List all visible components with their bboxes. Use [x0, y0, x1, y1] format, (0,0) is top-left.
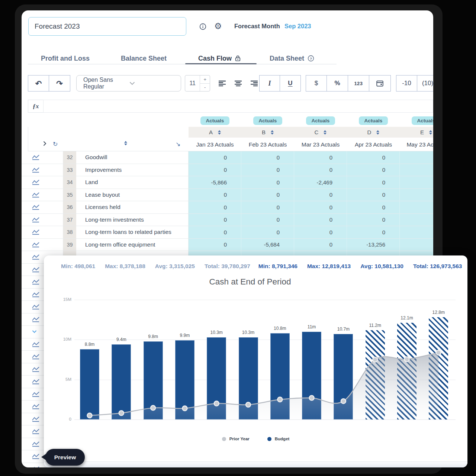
legend-item-budget[interactable]: Budget — [267, 437, 290, 441]
column-header-cell[interactable]: Feb 23 Actuals — [241, 138, 295, 151]
redo-button[interactable]: ↷ — [49, 75, 70, 91]
refresh-icon[interactable]: ↻ — [53, 141, 58, 148]
value-cell[interactable] — [400, 239, 433, 251]
row-label-cell[interactable]: Improvements — [76, 164, 189, 176]
column-header-cell[interactable]: May 23 Actuals — [400, 138, 433, 151]
column-sort-icon[interactable] — [429, 130, 432, 135]
forecast-month-value[interactable]: Sep 2023 — [284, 23, 311, 30]
value-cell[interactable] — [400, 226, 433, 238]
font-size-stepper[interactable]: 11 + - — [185, 75, 210, 91]
tab-profit-and-loss[interactable]: Profit and Loss — [41, 52, 90, 65]
align-center-button[interactable] — [231, 75, 245, 91]
value-cell[interactable]: 0 — [241, 226, 294, 238]
column-header-cell[interactable]: Apr 23 Actuals — [347, 138, 400, 151]
value-cell[interactable]: 0 — [241, 151, 294, 164]
value-cell[interactable]: -2,469 — [294, 176, 347, 189]
currency-format-button[interactable]: $ — [306, 75, 327, 91]
formula-input[interactable] — [43, 100, 433, 113]
value-cell[interactable]: -5,866 — [189, 176, 241, 189]
align-left-button[interactable] — [215, 75, 229, 91]
row-chart-icon[interactable] — [28, 226, 63, 238]
value-cell[interactable]: -13,256 — [347, 239, 400, 251]
column-sort-icon[interactable] — [218, 130, 221, 135]
value-cell[interactable]: 0 — [241, 189, 294, 201]
value-cell[interactable]: 0 — [294, 214, 347, 226]
expand-corner-icon[interactable]: ↘ — [176, 141, 180, 148]
value-cell[interactable]: 0 — [189, 214, 241, 226]
font-family-select[interactable]: Open Sans Regular — [76, 75, 181, 91]
column-header-cell[interactable]: Jan 23 Actuals — [189, 138, 242, 151]
value-cell[interactable]: 0 — [347, 201, 400, 213]
value-cell[interactable]: 0 — [189, 189, 241, 201]
value-cell[interactable]: 0 — [347, 164, 400, 176]
date-format-button[interactable] — [369, 75, 391, 91]
chevron-right-icon[interactable] — [43, 141, 46, 146]
value-cell[interactable]: -5,684 — [241, 239, 294, 251]
row-label-cell[interactable]: Land — [76, 176, 189, 189]
row-label-cell[interactable]: Licenses held — [76, 201, 189, 213]
column-header-cell[interactable]: Mar 23 Actuals — [294, 138, 347, 151]
value-cell[interactable] — [400, 176, 433, 189]
sort-updown-icon[interactable] — [124, 141, 127, 145]
value-cell[interactable] — [400, 151, 433, 164]
value-cell[interactable] — [400, 164, 433, 176]
column-letter-cell[interactable]: C — [294, 127, 347, 138]
font-size-decrease-button[interactable]: - — [200, 84, 210, 91]
row-label-cell[interactable]: Long-term office equipment — [76, 239, 189, 251]
value-cell[interactable]: 0 — [189, 239, 241, 251]
font-size-increase-button[interactable]: + — [200, 75, 210, 84]
legend-item-prior-year[interactable]: Prior Year — [222, 437, 250, 441]
tab-balance-sheet[interactable]: Balance Sheet — [121, 52, 167, 65]
row-label-cell[interactable]: Long-term investments — [76, 214, 189, 226]
horizontal-scrollbar[interactable] — [44, 461, 467, 467]
column-letter-cell[interactable]: A — [189, 127, 242, 138]
value-cell[interactable]: 0 — [347, 226, 400, 238]
number-format-button[interactable]: 123 — [348, 75, 369, 91]
value-cell[interactable] — [400, 201, 433, 213]
value-cell[interactable]: 0 — [347, 151, 400, 164]
settings-gear-icon[interactable]: ⚙ — [214, 22, 222, 30]
row-chart-icon[interactable] — [28, 201, 63, 213]
negative-number-format-button[interactable]: -10 — [396, 75, 417, 91]
tab-data-sheet[interactable]: Data Sheet ? — [270, 52, 314, 65]
value-cell[interactable]: 0 — [189, 226, 241, 238]
forecast-title-input[interactable] — [28, 17, 186, 36]
value-cell[interactable]: 0 — [294, 189, 347, 201]
underline-button[interactable]: U — [280, 75, 301, 91]
value-cell[interactable]: 0 — [294, 226, 347, 238]
value-cell[interactable]: 0 — [347, 176, 400, 189]
row-chart-icon[interactable] — [28, 164, 63, 176]
value-cell[interactable]: 0 — [294, 201, 347, 213]
value-cell[interactable]: 0 — [347, 214, 400, 226]
row-chart-icon[interactable] — [28, 189, 63, 201]
row-chart-icon[interactable] — [28, 239, 63, 251]
value-cell[interactable]: 0 — [241, 201, 294, 213]
row-chart-icon[interactable] — [28, 176, 63, 189]
parentheses-format-button[interactable]: (10) — [417, 75, 433, 91]
value-cell[interactable]: 0 — [294, 164, 347, 176]
column-letter-cell[interactable]: B — [241, 127, 295, 138]
tab-cash-flow[interactable]: Cash Flow — [198, 52, 241, 65]
italic-button[interactable]: I — [259, 75, 280, 91]
row-chart-icon[interactable] — [28, 214, 63, 226]
info-icon[interactable] — [199, 23, 206, 30]
column-letter-cell[interactable]: E — [400, 127, 433, 138]
column-sort-icon[interactable] — [376, 130, 379, 135]
percent-format-button[interactable]: % — [327, 75, 348, 91]
value-cell[interactable] — [400, 214, 433, 226]
column-sort-icon[interactable] — [324, 130, 327, 135]
value-cell[interactable]: 0 — [294, 151, 347, 164]
value-cell[interactable]: 0 — [241, 176, 294, 189]
row-label-cell[interactable]: Goodwill — [76, 151, 189, 164]
value-cell[interactable]: 0 — [189, 151, 241, 164]
column-letter-cell[interactable]: D — [347, 127, 400, 138]
row-chart-icon[interactable] — [28, 151, 63, 164]
column-sort-icon[interactable] — [271, 130, 274, 135]
value-cell[interactable]: 0 — [347, 189, 400, 201]
row-label-cell[interactable]: Lease buyout — [76, 189, 189, 201]
value-cell[interactable]: 0 — [241, 214, 294, 226]
row-label-cell[interactable]: Long-term loans to related parties — [76, 226, 189, 238]
preview-tooltip[interactable]: Preview — [45, 449, 85, 466]
value-cell[interactable]: 0 — [241, 164, 294, 176]
value-cell[interactable] — [400, 189, 433, 201]
